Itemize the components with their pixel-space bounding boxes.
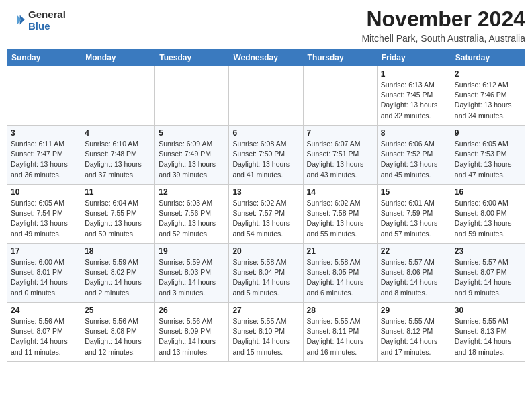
- calendar-cell: 18Sunrise: 5:59 AM Sunset: 8:02 PM Dayli…: [81, 244, 155, 303]
- day-info: Sunrise: 5:55 AM Sunset: 8:10 PM Dayligh…: [232, 316, 299, 357]
- day-info: Sunrise: 5:55 AM Sunset: 8:13 PM Dayligh…: [455, 316, 521, 357]
- day-number: 23: [455, 246, 521, 256]
- day-number: 21: [307, 246, 373, 256]
- day-number: 13: [232, 187, 299, 197]
- column-header-tuesday: Tuesday: [155, 50, 229, 66]
- day-info: Sunrise: 6:10 AM Sunset: 7:48 PM Dayligh…: [85, 139, 151, 180]
- calendar-cell: 22Sunrise: 5:57 AM Sunset: 8:06 PM Dayli…: [377, 244, 451, 303]
- page-header: General Blue November 2024 Mitchell Park…: [7, 7, 525, 44]
- calendar-week-row: 24Sunrise: 5:56 AM Sunset: 8:07 PM Dayli…: [7, 303, 525, 362]
- day-number: 19: [159, 246, 225, 256]
- logo: General Blue: [7, 9, 66, 32]
- calendar-cell: 15Sunrise: 6:01 AM Sunset: 7:59 PM Dayli…: [377, 185, 451, 244]
- calendar-cell: 21Sunrise: 5:58 AM Sunset: 8:05 PM Dayli…: [303, 244, 377, 303]
- calendar-cell: 14Sunrise: 6:02 AM Sunset: 7:58 PM Dayli…: [303, 185, 377, 244]
- day-number: 6: [232, 128, 299, 138]
- calendar-cell: 30Sunrise: 5:55 AM Sunset: 8:13 PM Dayli…: [451, 303, 525, 362]
- calendar-header-row: SundayMondayTuesdayWednesdayThursdayFrid…: [7, 50, 525, 66]
- day-number: 8: [381, 128, 447, 138]
- day-info: Sunrise: 6:05 AM Sunset: 7:54 PM Dayligh…: [11, 198, 77, 239]
- day-number: 11: [85, 187, 151, 197]
- day-number: 30: [455, 306, 521, 315]
- calendar-cell: 19Sunrise: 5:59 AM Sunset: 8:03 PM Dayli…: [155, 244, 229, 303]
- day-info: Sunrise: 5:55 AM Sunset: 8:11 PM Dayligh…: [307, 316, 373, 357]
- column-header-sunday: Sunday: [7, 50, 81, 66]
- day-number: 24: [11, 306, 77, 315]
- day-info: Sunrise: 5:57 AM Sunset: 8:06 PM Dayligh…: [381, 257, 447, 298]
- logo-blue-text: Blue: [28, 21, 66, 32]
- calendar-cell: 26Sunrise: 5:56 AM Sunset: 8:09 PM Dayli…: [155, 303, 229, 362]
- column-header-wednesday: Wednesday: [229, 50, 303, 66]
- calendar-table: SundayMondayTuesdayWednesdayThursdayFrid…: [7, 49, 525, 362]
- day-info: Sunrise: 6:03 AM Sunset: 7:56 PM Dayligh…: [159, 198, 225, 239]
- calendar-cell: [229, 66, 303, 126]
- calendar-cell: 29Sunrise: 5:55 AM Sunset: 8:12 PM Dayli…: [377, 303, 451, 362]
- day-number: 14: [307, 187, 373, 197]
- day-number: 27: [232, 306, 299, 315]
- calendar-cell: 23Sunrise: 5:57 AM Sunset: 8:07 PM Dayli…: [451, 244, 525, 303]
- column-header-thursday: Thursday: [303, 50, 377, 66]
- calendar-cell: 7Sunrise: 6:07 AM Sunset: 7:51 PM Daylig…: [303, 126, 377, 185]
- calendar-cell: [303, 66, 377, 126]
- location-subtitle: Mitchell Park, South Australia, Australi…: [361, 33, 525, 44]
- calendar-cell: 13Sunrise: 6:02 AM Sunset: 7:57 PM Dayli…: [229, 185, 303, 244]
- day-number: 18: [85, 246, 151, 256]
- day-number: 25: [85, 306, 151, 315]
- day-info: Sunrise: 6:11 AM Sunset: 7:47 PM Dayligh…: [11, 139, 77, 180]
- day-info: Sunrise: 6:00 AM Sunset: 8:00 PM Dayligh…: [455, 198, 521, 239]
- calendar-cell: 10Sunrise: 6:05 AM Sunset: 7:54 PM Dayli…: [7, 185, 81, 244]
- day-number: 17: [11, 246, 77, 256]
- day-info: Sunrise: 5:56 AM Sunset: 8:07 PM Dayligh…: [11, 316, 77, 357]
- day-number: 22: [381, 246, 447, 256]
- column-header-saturday: Saturday: [451, 50, 525, 66]
- day-number: 20: [232, 246, 299, 256]
- calendar-cell: 5Sunrise: 6:09 AM Sunset: 7:49 PM Daylig…: [155, 126, 229, 185]
- day-info: Sunrise: 6:02 AM Sunset: 7:58 PM Dayligh…: [307, 198, 373, 239]
- column-header-friday: Friday: [377, 50, 451, 66]
- day-number: 15: [381, 187, 447, 197]
- day-info: Sunrise: 6:09 AM Sunset: 7:49 PM Dayligh…: [159, 139, 225, 180]
- calendar-week-row: 3Sunrise: 6:11 AM Sunset: 7:47 PM Daylig…: [7, 126, 525, 185]
- day-number: 1: [381, 69, 447, 79]
- day-number: 9: [455, 128, 521, 138]
- day-info: Sunrise: 6:01 AM Sunset: 7:59 PM Dayligh…: [381, 198, 447, 239]
- calendar-cell: 1Sunrise: 6:13 AM Sunset: 7:45 PM Daylig…: [377, 66, 451, 126]
- day-info: Sunrise: 6:08 AM Sunset: 7:50 PM Dayligh…: [232, 139, 299, 180]
- day-info: Sunrise: 5:58 AM Sunset: 8:05 PM Dayligh…: [307, 257, 373, 298]
- calendar-cell: 4Sunrise: 6:10 AM Sunset: 7:48 PM Daylig…: [81, 126, 155, 185]
- day-info: Sunrise: 5:59 AM Sunset: 8:03 PM Dayligh…: [159, 257, 225, 298]
- day-number: 12: [159, 187, 225, 197]
- day-number: 10: [11, 187, 77, 197]
- calendar-cell: [81, 66, 155, 126]
- day-info: Sunrise: 6:13 AM Sunset: 7:45 PM Dayligh…: [381, 80, 447, 121]
- logo-icon: [7, 11, 26, 30]
- day-info: Sunrise: 5:57 AM Sunset: 8:07 PM Dayligh…: [455, 257, 521, 298]
- calendar-cell: 28Sunrise: 5:55 AM Sunset: 8:11 PM Dayli…: [303, 303, 377, 362]
- calendar-cell: 16Sunrise: 6:00 AM Sunset: 8:00 PM Dayli…: [451, 185, 525, 244]
- day-info: Sunrise: 6:00 AM Sunset: 8:01 PM Dayligh…: [11, 257, 77, 298]
- day-info: Sunrise: 6:07 AM Sunset: 7:51 PM Dayligh…: [307, 139, 373, 180]
- day-number: 26: [159, 306, 225, 315]
- day-number: 16: [455, 187, 521, 197]
- day-info: Sunrise: 6:04 AM Sunset: 7:55 PM Dayligh…: [85, 198, 151, 239]
- calendar-cell: 20Sunrise: 5:58 AM Sunset: 8:04 PM Dayli…: [229, 244, 303, 303]
- calendar-cell: 17Sunrise: 6:00 AM Sunset: 8:01 PM Dayli…: [7, 244, 81, 303]
- calendar-cell: 2Sunrise: 6:12 AM Sunset: 7:46 PM Daylig…: [451, 66, 525, 126]
- day-info: Sunrise: 5:56 AM Sunset: 8:09 PM Dayligh…: [159, 316, 225, 357]
- day-number: 4: [85, 128, 151, 138]
- day-info: Sunrise: 5:59 AM Sunset: 8:02 PM Dayligh…: [85, 257, 151, 298]
- day-info: Sunrise: 5:55 AM Sunset: 8:12 PM Dayligh…: [381, 316, 447, 357]
- calendar-week-row: 17Sunrise: 6:00 AM Sunset: 8:01 PM Dayli…: [7, 244, 525, 303]
- day-info: Sunrise: 5:58 AM Sunset: 8:04 PM Dayligh…: [232, 257, 299, 298]
- calendar-week-row: 10Sunrise: 6:05 AM Sunset: 7:54 PM Dayli…: [7, 185, 525, 244]
- day-info: Sunrise: 6:02 AM Sunset: 7:57 PM Dayligh…: [232, 198, 299, 239]
- calendar-cell: 27Sunrise: 5:55 AM Sunset: 8:10 PM Dayli…: [229, 303, 303, 362]
- column-header-monday: Monday: [81, 50, 155, 66]
- day-number: 2: [455, 69, 521, 79]
- day-info: Sunrise: 5:56 AM Sunset: 8:08 PM Dayligh…: [85, 316, 151, 357]
- title-block: November 2024 Mitchell Park, South Austr…: [361, 7, 525, 44]
- day-info: Sunrise: 6:05 AM Sunset: 7:53 PM Dayligh…: [455, 139, 521, 180]
- logo-general-text: General: [28, 9, 66, 21]
- month-title: November 2024: [361, 7, 525, 32]
- calendar-cell: 9Sunrise: 6:05 AM Sunset: 7:53 PM Daylig…: [451, 126, 525, 185]
